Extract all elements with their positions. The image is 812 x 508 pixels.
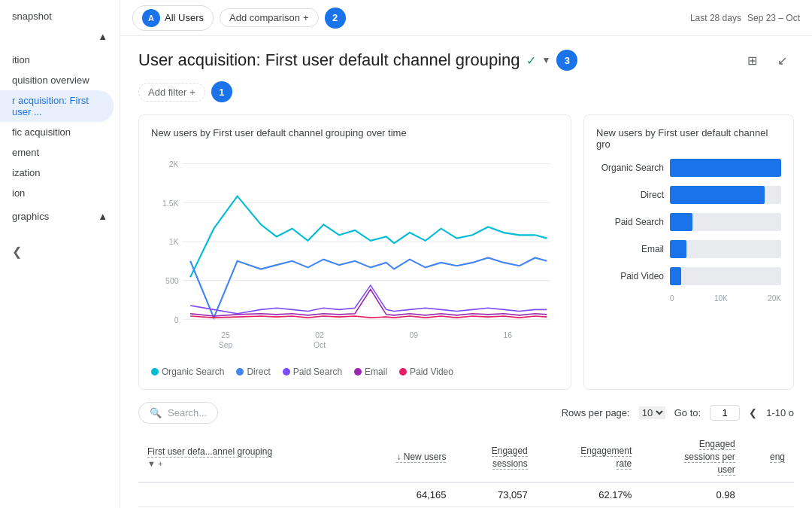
svg-text:09: 09 <box>409 330 418 339</box>
legend-dot-paid-video <box>399 368 407 376</box>
share-button[interactable]: ↙ <box>770 48 794 72</box>
filter-row: Add filter + 1 <box>138 81 794 102</box>
legend-paid-search: Paid Search <box>283 367 342 377</box>
legend-label-organic: Organic Search <box>162 367 224 377</box>
sidebar-group-label: graphics <box>12 211 49 222</box>
sidebar-item-acquisition-overview[interactable]: quisition overview <box>0 70 114 90</box>
sidebar-item-ition[interactable]: ition <box>0 50 114 70</box>
svg-text:02: 02 <box>315 330 324 339</box>
chevron-up-icon-2: ▲ <box>98 211 108 222</box>
table-row: 64,165 73,057 62.17% 0.98 <box>138 482 794 507</box>
sidebar-group-toggle-2[interactable]: graphics ▲ <box>0 206 120 227</box>
svg-text:500: 500 <box>165 276 178 285</box>
legend-label-paid-video: Paid Video <box>410 367 453 377</box>
search-icon: 🔍 <box>150 407 162 418</box>
add-filter-label: Add filter <box>148 87 186 98</box>
title-action-icons: ⊞ ↙ <box>740 48 794 72</box>
col-header-channel[interactable]: First user defa...annel grouping ▼ + <box>138 433 353 482</box>
add-comparison-button[interactable]: Add comparison + <box>220 8 319 27</box>
legend-organic-search: Organic Search <box>151 367 224 377</box>
cell-engagement-rate: 62.17% <box>537 482 641 507</box>
bar-label-direct: Direct <box>596 190 664 200</box>
page-header: User acquisition: First user default cha… <box>138 48 794 72</box>
sidebar-title: snapshot <box>0 6 120 26</box>
main-content: A All Users Add comparison + 2 Last 28 d… <box>120 0 812 508</box>
plus-icon: + <box>303 12 309 23</box>
user-chip[interactable]: A All Users <box>132 5 214 31</box>
content-area: User acquisition: First user default cha… <box>120 36 812 508</box>
bar-label-paid-video: Paid Video <box>596 271 664 281</box>
bar-row-paid-video: Paid Video <box>596 267 781 285</box>
col-header-engagement-rate[interactable]: Engagement rate <box>537 433 641 482</box>
sidebar-group-toggle-1[interactable]: ▲ <box>0 26 120 47</box>
col-header-new-users[interactable]: ↓ New users <box>353 433 455 482</box>
sidebar-item-first-user[interactable]: r acquisition: First user ... <box>0 90 114 122</box>
data-table: First user defa...annel grouping ▼ + ↓ N… <box>138 433 794 507</box>
line-chart-title: New users by First user default channel … <box>151 127 559 138</box>
col-filter-icon[interactable]: ▼ + <box>147 459 162 468</box>
bar-fill-organic <box>670 159 781 177</box>
sidebar-item-traffic-acquisition[interactable]: fic acquisition <box>0 122 114 142</box>
bar-chart-container: New users by First user default channel … <box>583 114 794 390</box>
badge-2: 2 <box>325 8 346 29</box>
goto-input[interactable] <box>710 405 740 421</box>
goto-label: Go to: <box>674 407 701 418</box>
page-title-row: User acquisition: First user default cha… <box>138 50 577 71</box>
bar-row-paid-search: Paid Search <box>596 213 781 231</box>
bar-fill-paid-search <box>670 213 692 231</box>
legend-label-paid-search: Paid Search <box>293 367 342 377</box>
svg-text:1K: 1K <box>169 237 179 246</box>
search-box[interactable]: 🔍 Search... <box>138 402 218 424</box>
bar-axis-10k: 10K <box>714 294 728 303</box>
line-chart-container: New users by First user default channel … <box>138 114 571 390</box>
dropdown-arrow-icon[interactable]: ▼ <box>542 55 551 65</box>
date-range-label: Last 28 days <box>690 13 741 23</box>
bar-fill-email <box>670 240 686 258</box>
topbar-right: Last 28 days Sep 23 – Oct <box>690 13 800 23</box>
prev-page-icon[interactable]: ❮ <box>749 407 757 418</box>
chart-type-button[interactable]: ⊞ <box>740 48 764 72</box>
bar-axis-0: 0 <box>670 294 674 303</box>
legend-email: Email <box>354 367 387 377</box>
bar-label-organic: Organic Search <box>596 163 664 173</box>
cell-sessions-per-user: 0.98 <box>641 482 744 507</box>
user-label: All Users <box>165 12 204 23</box>
bar-track-paid-video <box>670 267 781 285</box>
col-header-eng[interactable]: eng <box>744 433 794 482</box>
legend-label-email: Email <box>365 367 387 377</box>
svg-text:16: 16 <box>503 330 512 339</box>
sidebar-item-ion[interactable]: ion <box>0 183 114 203</box>
search-placeholder: Search... <box>168 407 207 418</box>
bar-row-email: Email <box>596 240 781 258</box>
legend-dot-paid-search <box>283 368 290 376</box>
bar-chart-title: New users by First user default channel … <box>596 127 781 150</box>
legend-dot-direct <box>236 368 244 376</box>
bar-row-organic: Organic Search <box>596 159 781 177</box>
cell-channel <box>138 482 353 507</box>
bar-axis-20k: 20K <box>768 294 781 303</box>
table-body: 64,165 73,057 62.17% 0.98 <box>138 482 794 507</box>
legend-dot-email <box>354 368 362 376</box>
verified-icon: ✓ <box>526 53 536 68</box>
sidebar-section-1: ition quisition overview r acquisition: … <box>0 50 120 203</box>
legend-dot-organic <box>151 368 159 376</box>
legend-direct: Direct <box>236 367 270 377</box>
bar-label-email: Email <box>596 244 664 254</box>
badge-1: 1 <box>211 81 232 102</box>
bar-fill-direct <box>670 186 765 204</box>
table-header: First user defa...annel grouping ▼ + ↓ N… <box>138 433 794 482</box>
sidebar-item-ement[interactable]: ement <box>0 142 114 163</box>
rows-per-page-select[interactable]: 10 25 50 <box>639 406 665 419</box>
badge-3: 3 <box>556 50 577 71</box>
col-header-engaged-sessions[interactable]: Engaged sessions <box>455 433 536 482</box>
collapse-sidebar-icon[interactable]: ❮ <box>12 245 22 259</box>
sidebar-item-ization[interactable]: ization <box>0 163 114 183</box>
add-comparison-label: Add comparison <box>229 12 300 23</box>
svg-text:0: 0 <box>174 315 179 324</box>
rows-per-page-label: Rows per page: <box>562 407 630 418</box>
svg-text:Sep: Sep <box>219 340 233 349</box>
add-filter-button[interactable]: Add filter + <box>138 83 205 102</box>
avatar: A <box>142 9 160 27</box>
col-header-sessions-per-user[interactable]: Engaged sessions per user <box>641 433 744 482</box>
bar-track-organic <box>670 159 781 177</box>
